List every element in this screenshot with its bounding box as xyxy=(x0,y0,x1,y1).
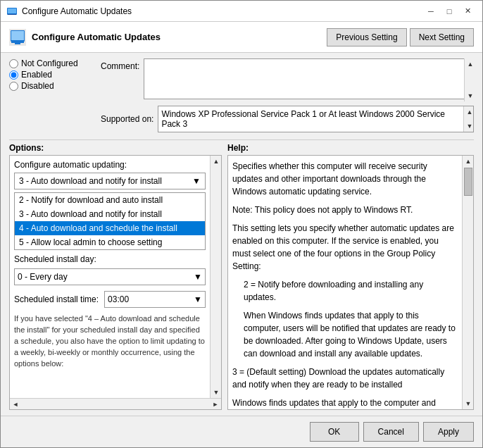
help-panel: Specifies whether this computer will rec… xyxy=(227,155,474,410)
supported-value-box: Windows XP Professional Service Pack 1 o… xyxy=(158,106,474,132)
schedule-time-value: 03:00 xyxy=(108,294,129,304)
header-title: Configure Automatic Updates xyxy=(32,32,321,42)
comment-label: Comment: xyxy=(101,61,139,71)
schedule-time-select[interactable]: 03:00 ▼ xyxy=(104,291,206,308)
help-panel-content: Specifies whether this computer will rec… xyxy=(228,156,462,409)
options-body-text: If you have selected "4 – Auto download … xyxy=(14,313,206,370)
help-section-label: Help: xyxy=(227,143,249,153)
title-bar-text: Configure Automatic Updates xyxy=(22,6,422,16)
schedule-time-arrow: ▼ xyxy=(194,294,202,304)
options-scroll-track xyxy=(211,167,221,387)
schedule-day-arrow: ▼ xyxy=(194,272,202,282)
dropdown-option-3[interactable]: 3 - Auto download and notify for install xyxy=(15,207,205,221)
content-area: Not Configured Enabled Disabled Comment: xyxy=(1,53,482,416)
dropdown-option-2[interactable]: 2 - Notify for download and auto install xyxy=(15,193,205,207)
dropdown-option-5[interactable]: 5 - Allow local admin to choose setting xyxy=(15,235,205,249)
window-icon xyxy=(6,6,18,17)
options-scroll-down[interactable]: ▼ xyxy=(211,387,221,398)
configure-dropdown[interactable]: 3 - Auto download and notify for install… xyxy=(14,173,206,189)
cancel-button[interactable]: Cancel xyxy=(363,422,419,442)
schedule-day-value: 0 - Every day xyxy=(18,272,68,282)
maximize-button[interactable]: □ xyxy=(440,4,458,18)
options-panel-body: Configure automatic updating: 3 - Auto d… xyxy=(10,156,221,398)
options-side-scrollbar: ▲ ▼ xyxy=(210,156,221,398)
help-panel-body: Specifies whether this computer will rec… xyxy=(228,156,473,409)
panel-labels-row: Options: Help: xyxy=(9,143,474,153)
schedule-time-label: Scheduled install time: xyxy=(14,294,99,304)
close-button[interactable]: ✕ xyxy=(458,4,477,18)
help-scroll-down[interactable]: ▼ xyxy=(463,398,473,409)
comment-row: Comment: ▲ ▼ xyxy=(101,58,474,101)
options-scroll-right[interactable]: ► xyxy=(210,399,221,410)
help-para-3: This setting lets you specify whether au… xyxy=(232,222,458,273)
title-bar-controls: ─ □ ✕ xyxy=(422,4,477,18)
comment-scrollbar: ▲ ▼ xyxy=(464,58,474,101)
options-section-label: Options: xyxy=(9,143,44,153)
ok-button[interactable]: OK xyxy=(310,422,359,442)
supported-scrollbar: ▲ ▼ xyxy=(463,106,473,132)
top-section: Not Configured Enabled Disabled Comment: xyxy=(9,58,474,132)
dropdown-option-4[interactable]: 4 - Auto download and schedule the insta… xyxy=(15,221,205,235)
next-setting-button[interactable]: Next Setting xyxy=(410,28,474,46)
options-panel-content: Configure automatic updating: 3 - Auto d… xyxy=(10,156,210,398)
radio-disabled[interactable]: Disabled xyxy=(9,81,101,91)
supported-row: Supported on: Windows XP Professional Se… xyxy=(101,106,474,132)
main-window: Configure Automatic Updates ─ □ ✕ Config… xyxy=(0,0,483,448)
comment-field-wrapper: ▲ ▼ xyxy=(144,58,474,101)
svg-rect-7 xyxy=(15,43,20,44)
help-section-label-wrapper: Help: xyxy=(227,143,474,153)
supported-scroll-up[interactable]: ▲ xyxy=(464,106,474,118)
configure-dropdown-value: 3 - Auto download and notify for install xyxy=(19,176,162,186)
schedule-day-label: Scheduled install day: xyxy=(14,254,96,264)
configure-dropdown-arrow: ▼ xyxy=(192,176,201,186)
header-bar: Configure Automatic Updates Previous Set… xyxy=(1,22,482,53)
help-para-4: 2 = Notify before downloading and instal… xyxy=(244,278,458,304)
section-panels: Configure automatic updating: 3 - Auto d… xyxy=(9,155,474,410)
help-para-7: Windows finds updates that apply to the … xyxy=(232,397,458,409)
schedule-time-row: Scheduled install time: 03:00 ▼ xyxy=(14,291,206,308)
help-scroll-track xyxy=(463,167,473,398)
radio-not-configured-input[interactable] xyxy=(9,59,18,68)
svg-rect-5 xyxy=(11,31,24,40)
apply-button[interactable]: Apply xyxy=(423,422,474,442)
supported-label: Supported on: xyxy=(101,114,153,124)
configure-label: Configure automatic updating: xyxy=(14,160,206,170)
radio-enabled[interactable]: Enabled xyxy=(9,70,101,80)
comment-textarea[interactable] xyxy=(144,58,474,99)
svg-rect-2 xyxy=(8,14,16,15)
help-scroll-up[interactable]: ▲ xyxy=(463,156,473,167)
options-horiz-scrollbar: ◄ ► xyxy=(10,398,221,409)
supported-value: Windows XP Professional Service Pack 1 o… xyxy=(161,109,462,129)
options-panel: Configure automatic updating: 3 - Auto d… xyxy=(9,155,222,410)
comment-scroll-down[interactable]: ▼ xyxy=(465,90,476,101)
minimize-button[interactable]: ─ xyxy=(422,4,440,18)
options-scroll-up[interactable]: ▲ xyxy=(211,156,221,167)
header-icon xyxy=(9,29,26,46)
options-section-label-wrapper: Options: xyxy=(9,143,222,153)
svg-rect-1 xyxy=(8,8,16,13)
help-para-1: Specifies whether this computer will rec… xyxy=(232,160,458,198)
options-horiz-track xyxy=(21,399,210,409)
bottom-bar: OK Cancel Apply xyxy=(1,416,482,447)
schedule-day-select[interactable]: 0 - Every day ▼ xyxy=(14,268,206,285)
header-nav-buttons: Previous Setting Next Setting xyxy=(327,28,474,46)
help-side-scrollbar: ▲ ▼ xyxy=(462,156,473,409)
supported-scroll-down[interactable]: ▼ xyxy=(464,120,474,132)
radio-disabled-input[interactable] xyxy=(9,82,18,91)
radio-enabled-input[interactable] xyxy=(9,70,18,80)
radio-not-configured[interactable]: Not Configured xyxy=(9,58,101,68)
help-para-6: 3 = (Default setting) Download the updat… xyxy=(232,366,458,391)
radio-section: Not Configured Enabled Disabled xyxy=(9,58,101,127)
help-para-2: Note: This policy does not apply to Wind… xyxy=(232,204,458,216)
section-divider xyxy=(9,139,474,140)
comment-scroll-track xyxy=(465,70,474,90)
title-bar: Configure Automatic Updates ─ □ ✕ xyxy=(1,1,482,22)
comment-scroll-up[interactable]: ▲ xyxy=(465,58,476,70)
schedule-day-row: Scheduled install day: xyxy=(14,254,206,264)
options-scroll-left[interactable]: ◄ xyxy=(10,399,21,410)
svg-rect-6 xyxy=(11,42,24,43)
configure-dropdown-list: 2 - Notify for download and auto install… xyxy=(14,192,206,250)
previous-setting-button[interactable]: Previous Setting xyxy=(327,28,406,46)
right-top-section: Comment: ▲ ▼ Supported on: Windows XP Pr… xyxy=(101,58,474,132)
help-para-5: When Windows finds updates that apply to… xyxy=(244,309,458,360)
